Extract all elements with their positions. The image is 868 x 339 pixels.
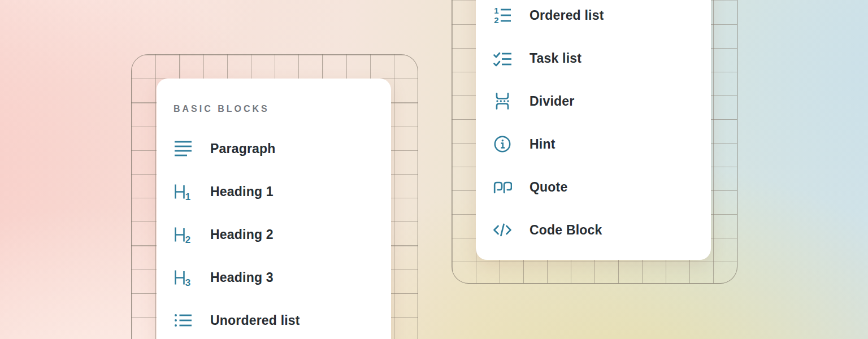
menu-item-hint[interactable]: Hint (493, 123, 694, 166)
menu-item-label: Heading 3 (210, 270, 274, 285)
hint-icon (493, 134, 512, 154)
menu-item-label: Ordered list (530, 8, 604, 23)
menu-item-label: Heading 2 (210, 227, 274, 242)
blocks-menu: 1 2 Ordered list Task list (493, 0, 694, 251)
basic-blocks-menu: Paragraph 1 Heading 1 2 Heading 2 (173, 127, 374, 339)
menu-item-divider[interactable]: Divider (493, 80, 694, 123)
basic-blocks-menu-card: BASIC BLOCKS Paragraph 1 Heading 1 (157, 79, 391, 339)
heading-1-digit: 1 (185, 192, 190, 201)
paragraph-icon (173, 139, 193, 158)
menu-item-unordered-list[interactable]: Unordered list (173, 299, 374, 339)
menu-item-ordered-list[interactable]: 1 2 Ordered list (493, 0, 694, 37)
menu-item-label: Code Block (530, 223, 602, 238)
menu-item-code-block[interactable]: Code Block (493, 208, 694, 251)
heading-3-digit: 3 (185, 277, 190, 287)
menu-item-heading-3[interactable]: 3 Heading 3 (173, 256, 374, 299)
background: BASIC BLOCKS Paragraph 1 Heading 1 (0, 0, 868, 339)
menu-item-label: Divider (530, 94, 574, 109)
menu-item-quote[interactable]: Quote (493, 166, 694, 208)
divider-icon (493, 92, 512, 111)
menu-item-paragraph[interactable]: Paragraph (173, 127, 374, 170)
menu-item-label: Heading 1 (210, 184, 274, 199)
section-label: BASIC BLOCKS (173, 100, 374, 118)
menu-item-label: Unordered list (210, 313, 300, 328)
menu-item-label: Hint (530, 137, 555, 152)
menu-item-heading-1[interactable]: 1 Heading 1 (173, 170, 374, 213)
heading-2-icon: 2 (173, 225, 193, 244)
menu-item-heading-2[interactable]: 2 Heading 2 (173, 213, 374, 256)
blocks-menu-card: 1 2 Ordered list Task list (476, 0, 711, 260)
menu-item-task-list[interactable]: Task list (493, 37, 694, 80)
unordered-list-icon (173, 311, 193, 330)
ordered-list-digit-1: 1 (494, 6, 498, 15)
menu-item-label: Paragraph (210, 141, 276, 157)
task-list-icon (493, 49, 512, 68)
ordered-list-digit-2: 2 (494, 15, 498, 25)
menu-item-label: Quote (530, 180, 567, 195)
heading-3-icon: 3 (173, 268, 193, 287)
heading-2-digit: 2 (185, 234, 190, 244)
quote-icon (493, 177, 512, 197)
menu-item-label: Task list (530, 51, 581, 66)
heading-1-icon: 1 (173, 182, 193, 201)
ordered-list-icon: 1 2 (493, 6, 512, 25)
code-block-icon (493, 220, 512, 240)
